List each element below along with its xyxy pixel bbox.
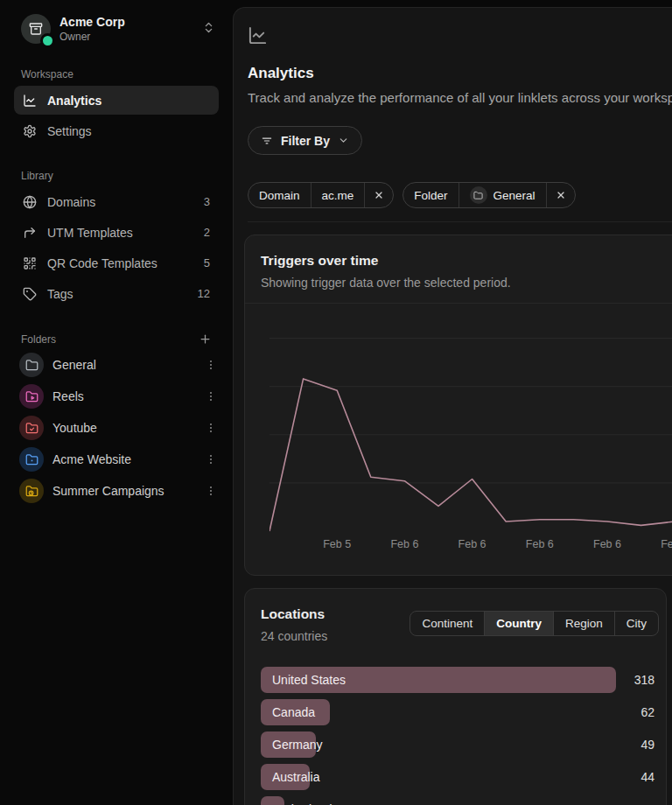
card-title: Triggers over time (261, 253, 672, 269)
location-row: Canada 62 (261, 699, 654, 725)
kebab-icon (205, 422, 217, 434)
chevrons-up-down-icon[interactable] (202, 21, 215, 38)
filter-by-button[interactable]: Filter By (248, 126, 362, 155)
card-subtitle: Showing trigger data over the selected p… (261, 276, 672, 290)
sidebar-item-label: QR Code Templates (47, 256, 158, 270)
folder-item-general[interactable]: General (19, 349, 219, 381)
folder-icon (470, 186, 487, 204)
sidebar-item-domains[interactable]: Domains 3 (14, 187, 219, 216)
workspace-name: Acme Corp (60, 15, 125, 29)
corner-up-right-icon (23, 226, 37, 240)
chip-type-label: Folder (403, 183, 458, 207)
sidebar-section-label-folders: Folders (21, 333, 56, 346)
sidebar: Acme Corp Owner Workspace Analytics Sett… (0, 0, 233, 805)
folder-label: Acme Website (52, 452, 131, 466)
triggers-chart-svg (270, 304, 672, 533)
sidebar-item-label: Domains (47, 195, 95, 209)
page-subtitle: Track and analyze the performance of all… (248, 90, 672, 105)
close-icon (374, 190, 384, 200)
location-label: Germany (272, 732, 323, 758)
sidebar-item-label: Settings (47, 124, 92, 138)
x-axis-tick-label: Feb 6 (653, 538, 672, 550)
folder-label: General (52, 358, 96, 372)
x-axis-tick-label: Feb 6 (451, 538, 494, 550)
locations-list: United States 318 Canada 62 Germany 49 (261, 667, 654, 805)
globe-icon (23, 195, 37, 209)
sidebar-item-analytics[interactable]: Analytics (14, 86, 219, 115)
item-count-badge: 2 (204, 226, 210, 239)
location-row: United States 318 (261, 667, 654, 693)
workspace-avatar (21, 14, 51, 44)
main-panel: Analytics Track and analyze the performa… (233, 7, 672, 805)
kebab-menu-button[interactable] (203, 483, 219, 499)
kebab-menu-button[interactable] (203, 357, 219, 373)
triggers-card: Triggers over time Showing trigger data … (244, 234, 672, 576)
sidebar-item-tags[interactable]: Tags 12 (14, 279, 219, 308)
chip-value-label: ac.me (311, 183, 365, 207)
location-value: 62 (616, 705, 654, 719)
kebab-menu-button[interactable] (203, 388, 219, 404)
folder-clock-icon (25, 485, 38, 498)
kebab-icon (205, 359, 217, 371)
sidebar-item-qr-code-templates[interactable]: QR Code Templates 5 (14, 248, 219, 277)
location-value: 318 (616, 673, 654, 687)
kebab-icon (205, 390, 217, 402)
location-row: Netherlands 21 (261, 796, 654, 805)
chart-line-icon (248, 25, 672, 49)
location-label: United States (272, 667, 346, 693)
folder-item-youtube[interactable]: Youtube (19, 412, 219, 444)
filter-chip-folder: Folder General (402, 182, 575, 208)
location-bar-track: United States (261, 667, 616, 693)
sidebar-section-label-library: Library (21, 170, 212, 182)
sidebar-item-label: UTM Templates (47, 226, 133, 240)
item-count-badge: 3 (204, 195, 210, 208)
folder-item-reels[interactable]: Reels (19, 381, 219, 412)
location-label: Netherlands (272, 796, 339, 805)
sidebar-item-settings[interactable]: Settings (14, 116, 219, 145)
sidebar-item-label: Tags (47, 287, 74, 301)
folder-label: Youtube (52, 421, 97, 435)
tab-region[interactable]: Region (553, 612, 614, 635)
folder-item-acme-website[interactable]: Acme Website (19, 444, 219, 475)
sidebar-item-utm-templates[interactable]: UTM Templates 2 (14, 218, 219, 247)
location-bar-track: Germany (261, 732, 616, 758)
close-icon (556, 190, 566, 200)
kebab-menu-button[interactable] (203, 452, 219, 467)
sidebar-item-label: Analytics (47, 94, 102, 108)
kebab-menu-button[interactable] (203, 420, 219, 436)
tab-city[interactable]: City (614, 612, 658, 635)
content-divider (248, 221, 672, 222)
location-value: 49 (616, 738, 654, 752)
x-axis-tick-label: Feb 5 (315, 538, 359, 550)
item-count-badge: 5 (204, 256, 210, 270)
filter-lines-icon (261, 135, 273, 147)
x-axis-tick-label: Feb 6 (518, 538, 562, 550)
x-axis-tick-label: Feb 6 (585, 538, 629, 550)
workspace-switcher[interactable]: Acme Corp Owner (21, 14, 215, 44)
page-title: Analytics (248, 65, 672, 82)
location-level-tabs: Continent Country Region City (410, 611, 659, 636)
x-axis-tick-label: Feb 6 (382, 538, 426, 550)
folder-item-summer-campaigns[interactable]: Summer Campaigns (19, 475, 219, 507)
tab-country[interactable]: Country (484, 612, 553, 635)
chip-value-label: General (494, 189, 536, 202)
location-bar-track: Canada (261, 699, 616, 725)
remove-filter-button[interactable] (364, 183, 393, 207)
location-row: Germany 49 (261, 732, 654, 758)
remove-filter-button[interactable] (546, 183, 575, 207)
active-filters-row: Domain ac.me Folder General (248, 182, 672, 208)
item-count-badge: 12 (198, 287, 210, 300)
online-status-dot (43, 36, 52, 46)
trigger-line-series (270, 379, 672, 531)
folder-label: Reels (52, 389, 84, 403)
location-bar-track: Australia (261, 764, 616, 790)
chip-value-segment: General (458, 183, 546, 207)
folder-icon (25, 359, 38, 372)
folder-label: Summer Campaigns (52, 484, 164, 498)
folder-play-icon (25, 390, 38, 403)
location-value: 44 (616, 770, 654, 784)
tab-continent[interactable]: Continent (410, 612, 484, 635)
add-folder-button[interactable] (199, 332, 212, 346)
gear-icon (23, 124, 37, 138)
tag-icon (23, 287, 37, 301)
